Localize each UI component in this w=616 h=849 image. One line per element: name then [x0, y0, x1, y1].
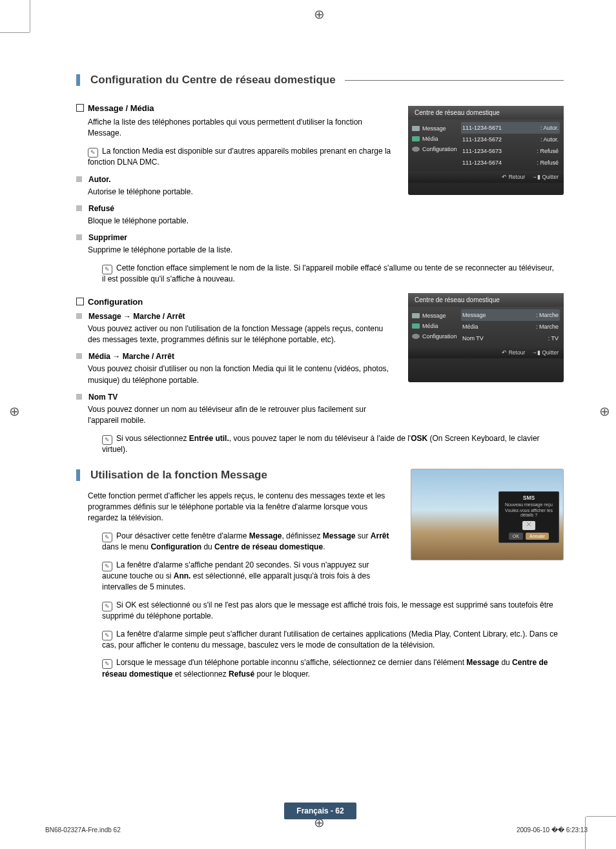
- note-icon: ✎: [102, 659, 112, 669]
- mail-icon: [412, 313, 420, 318]
- config-heading: Configuration: [76, 297, 393, 307]
- grey-bullet-icon: [76, 353, 82, 359]
- supprimer-desc: Supprime le téléphone portable de la lis…: [88, 245, 553, 256]
- fig2-row-1: Message: Marche: [461, 309, 560, 321]
- section-2-body: Cette fonction permet d'afficher les app…: [76, 491, 396, 680]
- config-nomtv-desc: Vous pouvez donner un nom au téléviseur …: [88, 404, 398, 427]
- section-2-title: Utilisation de la fonction Message: [90, 469, 267, 482]
- section-2-note-2: ✎La fenêtre d'alarme s'affiche pendant 2…: [102, 560, 396, 593]
- fig1-side-media: Média: [412, 134, 457, 144]
- note-icon: ✎: [102, 562, 112, 571]
- config-msg-desc: Vous pouvez activer ou non l'utilisation…: [88, 323, 393, 346]
- note-icon: ✎: [88, 148, 98, 158]
- fig3-sms-label: SMS: [501, 495, 557, 501]
- fig3-popup: SMS Nouveau message reçu Voulez-vous aff…: [498, 491, 559, 543]
- autor-heading: Autor.: [76, 175, 393, 184]
- fig2-side-media: Média: [412, 321, 457, 331]
- exit-icon: →▮ Quitter: [532, 349, 559, 356]
- heading-rule: [345, 80, 564, 81]
- fig2-side-config: Configuration: [412, 331, 457, 342]
- fig3-ok-button: OK: [509, 533, 523, 540]
- fig2-row-3: Nom TV: TV: [461, 332, 560, 344]
- fig1-row-1: 111-1234-5671: Autor.: [461, 122, 560, 134]
- fig3-buttons: OK Annuler: [501, 533, 557, 540]
- square-bullet-icon: [76, 104, 84, 112]
- config-nomtv-note: ✎Si vous sélectionnez Entrée util., vous…: [102, 433, 554, 456]
- message-media-note1: ✎La fonction Media est disponible sur d'…: [88, 146, 393, 169]
- refuse-heading: Refusé: [76, 204, 393, 213]
- supprimer-note: ✎Cette fonction efface simplement le nom…: [102, 263, 554, 285]
- section-2-note-4: ✎La fenêtre d'alarme simple peut s'affic…: [102, 629, 567, 651]
- return-icon: ↶ Retour: [502, 349, 525, 356]
- message-media-heading: Message / Média: [76, 103, 393, 113]
- section-2-note-3: ✎Si OK est sélectionné ou s'il ne l'est …: [102, 600, 554, 622]
- gear-icon: [412, 147, 420, 152]
- fig2-sidebar: Message Média Configuration: [408, 307, 457, 347]
- refuse-desc: Bloque le téléphone portable.: [88, 216, 393, 227]
- crop-mark: [30, 0, 30, 32]
- fig3-line2: Voulez-vous afficher les détails ?: [501, 508, 557, 517]
- section-2-note-5: ✎Lorsque le message d'un téléphone porta…: [102, 657, 567, 680]
- grey-bullet-icon: [76, 313, 82, 319]
- fig1-row-3: 111-1234-5673: Refusé: [461, 145, 560, 157]
- fig3-line1: Nouveau message reçu: [501, 502, 557, 507]
- footer-right: 2009-06-10 �� 6:23:13: [517, 826, 588, 834]
- note-icon: ✎: [102, 631, 112, 640]
- config-media-heading: Média → Marche / Arrêt: [76, 352, 393, 361]
- config-nomtv-heading: Nom TV: [76, 393, 393, 402]
- heading-accent: [76, 469, 80, 481]
- config-msg-heading: Message → Marche / Arrêt: [76, 312, 393, 321]
- fig2-main: Message: Marche Média: Marche Nom TV: TV: [457, 307, 564, 347]
- section-1-title: Configuration du Centre de réseau domest…: [90, 74, 336, 87]
- fig1-side-message: Message: [412, 123, 457, 134]
- note-icon: ✎: [102, 602, 112, 611]
- configuration-block: Configuration Message → Marche / Arrêt V…: [76, 297, 393, 456]
- crop-mark: [586, 816, 616, 817]
- fig2-title: Centre de réseau domestique: [408, 293, 564, 307]
- heading-accent: [76, 74, 80, 86]
- supprimer-heading: Supprimer: [76, 233, 393, 242]
- media-icon: [412, 323, 420, 329]
- config-media-desc: Vous pouvez choisir d'utiliser ou non la…: [88, 363, 393, 386]
- registration-mark-left: ⊕: [9, 404, 20, 419]
- fig1-row-4: 111-1234-5674: Refusé: [461, 157, 560, 169]
- message-media-block: Message / Média Affiche la liste des tél…: [76, 103, 393, 285]
- fig1-main: 111-1234-5671: Autor. 111-1234-5672: Aut…: [457, 119, 564, 171]
- section-2-note-1: ✎Pour désactiver cette fenêtre d'alarme …: [102, 531, 396, 553]
- mail-icon: [412, 126, 420, 131]
- gear-icon: [412, 334, 420, 339]
- note-icon: ✎: [102, 533, 112, 542]
- figure-3: SMS Nouveau message reçu Voulez-vous aff…: [411, 469, 564, 560]
- fig2-body: Message Média Configuration Message: Mar…: [408, 307, 564, 347]
- page: ⊕ ⊕ ⊕ ⊕ Configuration du Centre de résea…: [0, 0, 616, 849]
- fig2-footer: ↶ Retour →▮ Quitter: [408, 347, 564, 358]
- fig1-footer: ↶ Retour →▮ Quitter: [408, 171, 564, 183]
- content-area: Configuration du Centre de réseau domest…: [76, 74, 564, 686]
- fig1-side-config: Configuration: [412, 144, 457, 154]
- page-badge: Français - 62: [284, 803, 356, 819]
- figure-2: Centre de réseau domestique Message Médi…: [408, 293, 564, 382]
- fig2-row-2: Média: Marche: [461, 321, 560, 332]
- note-icon: ✎: [102, 265, 112, 274]
- message-media-desc: Affiche la liste des téléphones portable…: [88, 117, 393, 139]
- grey-bullet-icon: [76, 234, 82, 240]
- exit-icon: →▮ Quitter: [532, 174, 559, 180]
- fig1-row-2: 111-1234-5672: Autor.: [461, 134, 560, 145]
- section-heading-row: Configuration du Centre de réseau domest…: [76, 74, 564, 87]
- note-icon: ✎: [102, 435, 112, 445]
- envelope-icon: [522, 521, 535, 530]
- media-icon: [412, 136, 420, 141]
- autor-desc: Autorise le téléphone portable.: [88, 187, 393, 198]
- fig1-body: Message Média Configuration 111-1234-567…: [408, 119, 564, 171]
- footer-left: BN68-02327A-Fre.indb 62: [45, 826, 121, 834]
- section-2-intro: Cette fonction permet d'afficher les app…: [88, 491, 396, 524]
- grey-bullet-icon: [76, 176, 82, 182]
- grey-bullet-icon: [76, 205, 82, 211]
- registration-mark-top: ⊕: [314, 6, 325, 22]
- grey-bullet-icon: [76, 394, 82, 400]
- crop-mark: [0, 32, 30, 33]
- figure-1: Centre de réseau domestique Message Médi…: [408, 106, 564, 195]
- fig1-title: Centre de réseau domestique: [408, 106, 564, 119]
- fig3-ann-button: Annuler: [526, 533, 549, 540]
- registration-mark-right: ⊕: [599, 404, 610, 419]
